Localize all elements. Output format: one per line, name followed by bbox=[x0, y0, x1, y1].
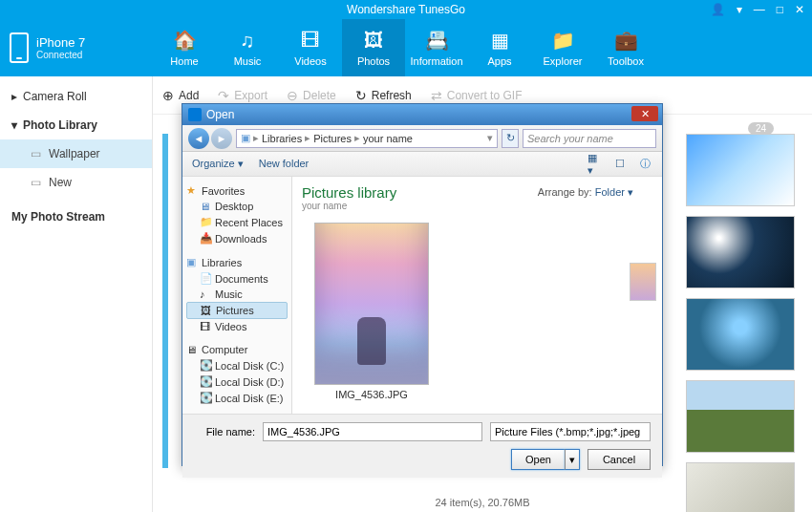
tree-disk-c[interactable]: 💽Local Disk (C:) bbox=[186, 357, 288, 373]
search-placeholder: Search your name bbox=[527, 133, 613, 144]
preview-pane-button[interactable]: ☐ bbox=[612, 157, 628, 172]
tree-computer[interactable]: 🖥Computer bbox=[186, 342, 288, 357]
dialog-toolbar: Organize ▾ New folder ▦ ▾ ☐ ⓘ bbox=[182, 152, 662, 177]
breadcrumb-folder[interactable]: your name bbox=[363, 133, 413, 144]
tab-videos[interactable]: 🎞Videos bbox=[279, 19, 342, 76]
delete-icon: ⊖ bbox=[287, 88, 298, 103]
convert-gif-button[interactable]: ⇄Convert to GIF bbox=[431, 88, 523, 103]
open-button[interactable]: Open bbox=[511, 449, 565, 470]
file-type-filter[interactable] bbox=[490, 422, 651, 441]
view-mode-button[interactable]: ▦ ▾ bbox=[588, 157, 603, 172]
forward-button[interactable]: ► bbox=[211, 128, 232, 149]
arrange-value: Folder bbox=[595, 186, 625, 198]
album-icon: ▭ bbox=[31, 147, 41, 160]
dropdown-icon[interactable]: ▾ bbox=[737, 3, 742, 16]
tab-explorer[interactable]: 📁Explorer bbox=[531, 19, 594, 76]
export-button[interactable]: ↷Export bbox=[218, 88, 267, 103]
add-label: Add bbox=[179, 89, 199, 102]
sidebar-stream-label: My Photo Stream bbox=[11, 210, 105, 224]
chevron-right-icon: ▸ bbox=[253, 132, 259, 144]
music-icon: ♪ bbox=[200, 288, 211, 300]
arrange-by[interactable]: Arrange by: Folder ▾ bbox=[538, 186, 633, 199]
sidebar-photo-library[interactable]: ▾Photo Library bbox=[0, 111, 152, 139]
chevron-right-icon: ▸ bbox=[11, 90, 17, 103]
help-button[interactable]: ⓘ bbox=[637, 157, 652, 172]
tree-videos[interactable]: 🎞Videos bbox=[186, 319, 288, 334]
disk-icon: 💽 bbox=[200, 359, 211, 372]
add-button[interactable]: ⊕Add bbox=[162, 88, 199, 103]
photo-icon: 🖼 bbox=[364, 30, 383, 52]
tree-favorites[interactable]: ★Favorites bbox=[186, 182, 288, 199]
open-dropdown[interactable]: ▾ bbox=[565, 449, 580, 470]
tab-photos[interactable]: 🖼Photos bbox=[342, 19, 405, 76]
back-button[interactable]: ◄ bbox=[188, 128, 209, 149]
tree-recent[interactable]: 📁Recent Places bbox=[186, 214, 288, 230]
videos-icon: 🎞 bbox=[200, 321, 211, 332]
star-icon: ★ bbox=[186, 184, 198, 197]
file-thumbnail bbox=[314, 223, 429, 385]
home-icon: 🏠 bbox=[173, 29, 197, 52]
delete-button[interactable]: ⊖Delete bbox=[287, 88, 336, 103]
tab-information[interactable]: 📇Information bbox=[405, 19, 468, 76]
tree-disk-e[interactable]: 💽Local Disk (E:) bbox=[186, 390, 288, 406]
cancel-button[interactable]: Cancel bbox=[588, 449, 651, 470]
sidebar-new[interactable]: ▭New bbox=[0, 168, 152, 197]
breadcrumb-libraries[interactable]: Libraries bbox=[262, 133, 302, 144]
dialog-titlebar[interactable]: Open ✕ bbox=[182, 104, 662, 125]
sidebar-wallpaper[interactable]: ▭Wallpaper bbox=[0, 139, 152, 168]
tree-libraries[interactable]: ▣Libraries bbox=[186, 254, 288, 270]
refresh-icon: ↻ bbox=[355, 88, 367, 103]
tree-music-label: Music bbox=[215, 288, 243, 300]
user-icon[interactable]: 👤 bbox=[711, 3, 725, 16]
tab-home[interactable]: 🏠Home bbox=[153, 19, 216, 76]
refresh-location-button[interactable]: ↻ bbox=[502, 129, 519, 148]
sidebar-camera-roll[interactable]: ▸Camera Roll bbox=[0, 82, 152, 111]
photo-thumbnail[interactable] bbox=[686, 462, 795, 512]
tree-disk-d[interactable]: 💽Local Disk (D:) bbox=[186, 373, 288, 390]
photo-thumbnail[interactable] bbox=[686, 298, 795, 371]
sidebar-photo-stream[interactable]: My Photo Stream bbox=[0, 197, 152, 231]
minimize-icon[interactable]: — bbox=[754, 3, 765, 16]
folder-icon: 📁 bbox=[551, 29, 575, 52]
file-name-input[interactable] bbox=[263, 422, 482, 441]
sidebar-photo-library-label: Photo Library bbox=[23, 118, 97, 132]
maximize-icon[interactable]: □ bbox=[777, 3, 783, 16]
new-folder-button[interactable]: New folder bbox=[259, 158, 310, 170]
album-icon: ▭ bbox=[31, 176, 41, 189]
sidebar: ▸Camera Roll ▾Photo Library ▭Wallpaper ▭… bbox=[0, 76, 153, 512]
preview-pane-thumb bbox=[630, 263, 656, 301]
recent-icon: 📁 bbox=[200, 216, 211, 228]
breadcrumb-pictures[interactable]: Pictures bbox=[313, 133, 352, 144]
app-titlebar: Wondershare TunesGo 👤 ▾ — □ ✕ bbox=[0, 0, 812, 19]
tree-desktop[interactable]: 🖥Desktop bbox=[186, 199, 288, 214]
photo-thumbnail[interactable] bbox=[686, 134, 795, 206]
open-file-dialog: Open ✕ ◄ ► ▣ ▸ Libraries ▸ Pictures ▸ yo… bbox=[182, 103, 663, 466]
tree-videos-label: Videos bbox=[215, 321, 246, 332]
photo-thumbnail[interactable] bbox=[686, 216, 795, 288]
tree-favorites-label: Favorites bbox=[202, 185, 245, 197]
photo-thumbnail[interactable] bbox=[686, 380, 795, 453]
tab-apps[interactable]: ▦Apps bbox=[468, 19, 531, 76]
tree-disk-e-label: Local Disk (E:) bbox=[215, 393, 284, 404]
tree-pictures[interactable]: 🖼Pictures bbox=[186, 302, 288, 319]
tree-documents[interactable]: 📄Documents bbox=[186, 270, 288, 287]
breadcrumb[interactable]: ▣ ▸ Libraries ▸ Pictures ▸ your name ▾ bbox=[236, 129, 498, 148]
file-name-label: File name: bbox=[194, 426, 255, 437]
search-input[interactable]: Search your name bbox=[523, 129, 656, 148]
tab-toolbox[interactable]: 💼Toolbox bbox=[594, 19, 657, 76]
tab-home-label: Home bbox=[170, 55, 198, 67]
tree-music[interactable]: ♪Music bbox=[186, 287, 288, 302]
chevron-down-icon[interactable]: ▾ bbox=[487, 132, 493, 144]
close-icon[interactable]: ✕ bbox=[795, 3, 804, 16]
tab-music[interactable]: ♫Music bbox=[216, 19, 279, 76]
tree-libraries-label: Libraries bbox=[202, 257, 242, 268]
file-item[interactable]: IMG_4536.JPG bbox=[310, 223, 434, 400]
app-header: iPhone 7 Connected 🏠Home ♫Music 🎞Videos … bbox=[0, 19, 812, 76]
tab-explorer-label: Explorer bbox=[544, 55, 583, 67]
tree-downloads[interactable]: 📥Downloads bbox=[186, 230, 288, 246]
tree-computer-label: Computer bbox=[202, 344, 247, 355]
refresh-button[interactable]: ↻Refresh bbox=[355, 88, 412, 103]
device-info[interactable]: iPhone 7 Connected bbox=[10, 32, 153, 63]
dialog-close-button[interactable]: ✕ bbox=[631, 106, 658, 121]
organize-button[interactable]: Organize ▾ bbox=[192, 158, 244, 170]
